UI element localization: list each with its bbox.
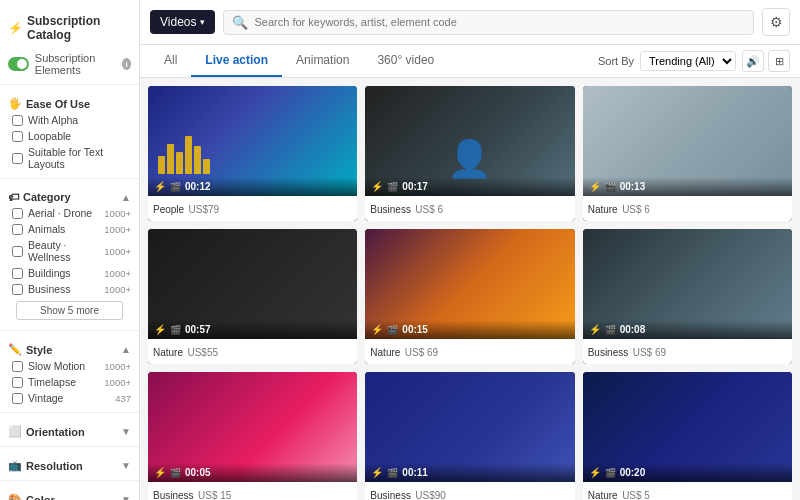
checkbox-slow-motion[interactable] — [12, 361, 23, 372]
video-card[interactable]: ⚡ 🎬 00:20 Nature US$ 5 — [583, 372, 792, 500]
bolt-icon: ⚡ — [589, 324, 601, 335]
video-price: US$ 69 — [633, 347, 666, 358]
tag-icon: 🏷 — [8, 191, 19, 203]
bolt-icon: ⚡ — [371, 181, 383, 192]
show-more-button[interactable]: Show 5 more — [16, 301, 123, 320]
style-header[interactable]: ✏️ Style ▲ — [8, 341, 131, 358]
sort-select[interactable]: Trending (All) — [640, 51, 736, 71]
style-icon: ✏️ — [8, 343, 22, 356]
filter-text-layouts[interactable]: Suitable for Text Layouts — [8, 144, 131, 172]
color-icon: 🎨 — [8, 493, 22, 500]
checkbox-timelapse[interactable] — [12, 377, 23, 388]
checkbox-text-layouts[interactable] — [12, 153, 23, 164]
video-category: Business — [153, 490, 194, 500]
tab-animation[interactable]: Animation — [282, 45, 363, 77]
search-input[interactable] — [254, 16, 745, 28]
video-category: Nature — [588, 490, 618, 500]
main-content: Videos ▾ 🔍 ⚙ All Live action Animation 3… — [140, 0, 800, 500]
color-header[interactable]: 🎨 Color ▼ — [8, 491, 131, 500]
filter-vintage[interactable]: Vintage 437 — [8, 390, 131, 406]
category-section: 🏷 Category ▲ Aerial · Drone 1000+ Animal… — [0, 183, 139, 326]
info-icon[interactable]: i — [122, 58, 131, 70]
resolution-icon: 📺 — [8, 459, 22, 472]
checkbox-with-alpha[interactable] — [12, 115, 23, 126]
tab-360-video[interactable]: 360° video — [363, 45, 448, 77]
chevron-up-icon: ▲ — [121, 192, 131, 203]
filter-with-alpha[interactable]: With Alpha — [8, 112, 131, 128]
lightning-icon: ⚡ — [8, 21, 23, 35]
search-icon: 🔍 — [232, 15, 248, 30]
tab-live-action[interactable]: Live action — [191, 45, 282, 77]
video-category: Nature — [370, 347, 400, 358]
video-card[interactable]: ⚡ 🎬 00:57 Nature US$55 — [148, 229, 357, 364]
sidebar: ⚡ Subscription Catalog Subscription Elem… — [0, 0, 140, 500]
video-card[interactable]: ⚡ 🎬 00:08 Business US$ 69 — [583, 229, 792, 364]
duration-badge: 00:05 — [185, 467, 211, 478]
chevron-down-icon: ▾ — [200, 17, 205, 27]
tabs-bar: All Live action Animation 360° video Sor… — [140, 45, 800, 78]
videos-filter-dropdown[interactable]: Videos ▾ — [150, 10, 215, 34]
duration-badge: 00:13 — [620, 181, 646, 192]
video-card[interactable]: ⚡ 🎬 00:05 Business US$ 15 — [148, 372, 357, 500]
video-price: US$ 6 — [622, 204, 650, 215]
subscription-toggle[interactable]: Subscription Elements i — [0, 48, 139, 80]
filter-aerial[interactable]: Aerial · Drone 1000+ — [8, 205, 131, 221]
checkbox-vintage[interactable] — [12, 393, 23, 404]
grid-view-icon[interactable]: ⊞ — [768, 50, 790, 72]
video-price: US$ 69 — [405, 347, 438, 358]
resolution-section: 📺 Resolution ▼ — [0, 451, 139, 476]
toggle-switch[interactable] — [8, 57, 29, 71]
video-grid: ⚡ 🎬 00:12 People US$79 👤 ⚡ 🎬 00:17 Busin… — [148, 86, 792, 500]
ease-of-use-section: 🖐 Ease Of Use With Alpha Loopable Suitab… — [0, 89, 139, 174]
video-category: Nature — [153, 347, 183, 358]
checkbox-business[interactable] — [12, 284, 23, 295]
ease-of-use-header[interactable]: 🖐 Ease Of Use — [8, 95, 131, 112]
checkbox-loopable[interactable] — [12, 131, 23, 142]
video-price: US$ 15 — [198, 490, 231, 500]
filter-business[interactable]: Business 1000+ — [8, 281, 131, 297]
filter-buildings[interactable]: Buildings 1000+ — [8, 265, 131, 281]
orientation-icon: ⬜ — [8, 425, 22, 438]
video-card[interactable]: 👤 ⚡ 🎬 00:17 Business US$ 6 — [365, 86, 574, 221]
checkbox-animals[interactable] — [12, 224, 23, 235]
tab-all[interactable]: All — [150, 45, 191, 77]
video-card[interactable]: ⚡ 🎬 00:13 Nature US$ 6 — [583, 86, 792, 221]
video-card[interactable]: ⚡ 🎬 00:11 Business US$90 — [365, 372, 574, 500]
filter-slow-motion[interactable]: Slow Motion 1000+ — [8, 358, 131, 374]
bolt-icon: ⚡ — [371, 467, 383, 478]
bolt-icon: ⚡ — [589, 467, 601, 478]
style-section: ✏️ Style ▲ Slow Motion 1000+ Timelapse 1… — [0, 335, 139, 408]
checkbox-aerial[interactable] — [12, 208, 23, 219]
filter-animals[interactable]: Animals 1000+ — [8, 221, 131, 237]
chevron-down-color: ▼ — [121, 494, 131, 500]
hand-icon: 🖐 — [8, 97, 22, 110]
video-card[interactable]: ⚡ 🎬 00:12 People US$79 — [148, 86, 357, 221]
video-grid-container: ⚡ 🎬 00:12 People US$79 👤 ⚡ 🎬 00:17 Busin… — [140, 78, 800, 500]
settings-icon[interactable]: ⚙ — [762, 8, 790, 36]
filter-beauty[interactable]: Beauty · Wellness 1000+ — [8, 237, 131, 265]
resolution-header[interactable]: 📺 Resolution ▼ — [8, 457, 131, 474]
camera-icon: 🎬 — [170, 182, 181, 192]
video-category: Business — [370, 204, 411, 215]
checkbox-beauty[interactable] — [12, 246, 23, 257]
checkbox-buildings[interactable] — [12, 268, 23, 279]
sidebar-title: ⚡ Subscription Catalog — [0, 8, 139, 48]
category-header[interactable]: 🏷 Category ▲ — [8, 189, 131, 205]
audio-sort-icon[interactable]: 🔊 — [742, 50, 764, 72]
filter-timelapse[interactable]: Timelapse 1000+ — [8, 374, 131, 390]
video-card[interactable]: ⚡ 🎬 00:15 Nature US$ 69 — [365, 229, 574, 364]
camera-icon: 🎬 — [605, 468, 616, 478]
search-bar[interactable]: 🔍 — [223, 10, 754, 35]
duration-badge: 00:12 — [185, 181, 211, 192]
filter-loopable[interactable]: Loopable — [8, 128, 131, 144]
duration-badge: 00:08 — [620, 324, 646, 335]
camera-icon: 🎬 — [605, 325, 616, 335]
video-price: US$ 5 — [622, 490, 650, 500]
bolt-icon: ⚡ — [154, 324, 166, 335]
video-price: US$90 — [415, 490, 446, 500]
orientation-header[interactable]: ⬜ Orientation ▼ — [8, 423, 131, 440]
bolt-icon: ⚡ — [154, 181, 166, 192]
video-category: Business — [588, 347, 629, 358]
camera-icon: 🎬 — [387, 468, 398, 478]
chevron-down-resolution: ▼ — [121, 460, 131, 471]
